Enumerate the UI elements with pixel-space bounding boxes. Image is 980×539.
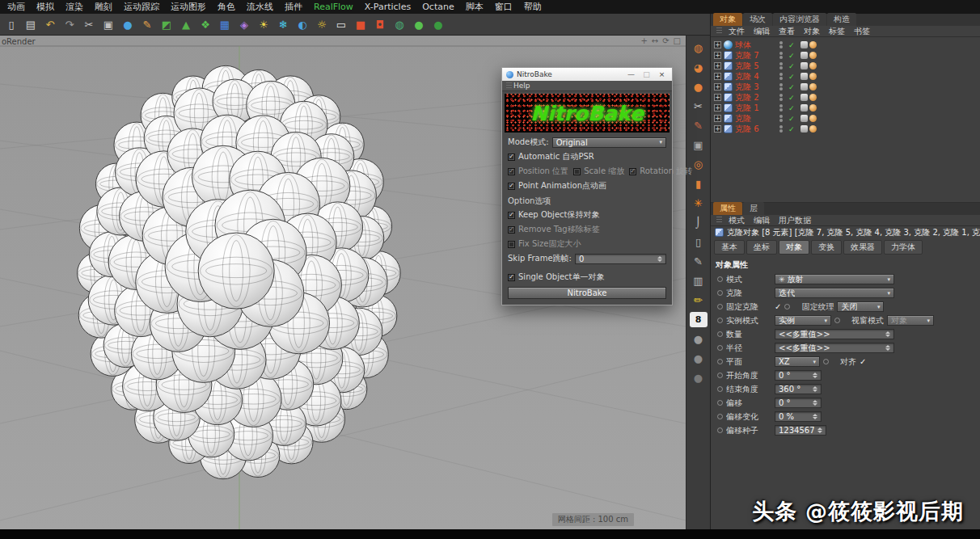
section-tab[interactable]: 坐标 — [746, 240, 777, 255]
new-scene-icon[interactable]: ▯ — [2, 16, 20, 33]
display-tag-icon[interactable] — [800, 62, 808, 69]
cut-icon[interactable]: ✂ — [80, 16, 98, 33]
mode-dropdown[interactable]: Original ▾ — [552, 137, 666, 148]
phong-tag-icon[interactable] — [809, 125, 817, 133]
keyframe-dot-icon[interactable] — [784, 304, 790, 310]
keyframe-dot-icon[interactable] — [717, 331, 723, 337]
tab-false[interactable]: 层 — [743, 202, 764, 215]
phong-tag-icon[interactable] — [809, 94, 817, 101]
expand-toggle-icon[interactable]: + — [714, 125, 721, 133]
object-name[interactable]: 克隆 2 — [735, 92, 772, 103]
object-name[interactable]: 克隆 6 — [735, 124, 772, 135]
phong-tag-icon[interactable] — [809, 62, 817, 69]
keyframe-dot-icon[interactable] — [717, 304, 723, 310]
object-name[interactable]: 克隆 1 — [735, 103, 772, 114]
pen-gray-icon[interactable]: ✎ — [690, 254, 708, 269]
menubar-item[interactable]: 雕刻 — [89, 1, 118, 13]
keyframe-dot-icon[interactable] — [823, 359, 829, 364]
spinner-arrows-icon[interactable] — [809, 414, 817, 419]
phong-tag-icon[interactable] — [809, 104, 817, 112]
object-name[interactable]: 克隆 7 — [735, 50, 772, 61]
visibility-dots-icon[interactable] — [779, 62, 783, 69]
object-row[interactable]: +克隆 1✓ — [711, 103, 980, 113]
menu-item[interactable]: 标签 — [829, 26, 845, 37]
enabled-check-icon[interactable]: ✓ — [788, 83, 795, 91]
undo-icon[interactable]: ↶ — [41, 16, 59, 33]
menu-item[interactable]: 模式 — [729, 215, 745, 226]
enabled-check-icon[interactable]: ✓ — [788, 125, 795, 133]
menubar-item[interactable]: RealFlow — [308, 2, 359, 12]
maximize-button[interactable]: □ — [640, 70, 653, 78]
visibility-dots-icon[interactable] — [779, 83, 783, 91]
pan-view-icon[interactable]: + — [640, 36, 647, 45]
menubar-item[interactable]: 流水线 — [241, 1, 279, 13]
menubar-item[interactable]: 帮助 — [518, 1, 547, 13]
visibility-dots-icon[interactable] — [779, 125, 783, 133]
orange-sphere-icon[interactable]: ◕ — [690, 60, 708, 75]
menubar-item[interactable]: 渲染 — [60, 1, 89, 13]
tab-inactive[interactable]: 场次 — [743, 13, 772, 26]
menubar-item[interactable]: 插件 — [279, 1, 308, 13]
sun-icon[interactable]: ☼ — [313, 16, 331, 33]
menubar-item[interactable]: 运动图形 — [165, 1, 212, 13]
display-tag-icon[interactable] — [800, 94, 808, 101]
expand-toggle-icon[interactable]: + — [714, 94, 721, 101]
checkbox-checked-icon[interactable]: ✓ — [629, 168, 636, 175]
open-scene-icon[interactable]: ▤ — [22, 16, 40, 33]
deformer-icon[interactable]: ◈ — [235, 16, 253, 33]
checkbox-icon[interactable] — [573, 168, 581, 175]
object-row[interactable]: +克隆✓ — [711, 113, 980, 124]
visibility-dots-icon[interactable] — [779, 94, 783, 101]
section-tab[interactable]: 力学体 — [884, 240, 923, 255]
enabled-check-icon[interactable]: ✓ — [788, 52, 795, 60]
property-field[interactable]: 0 ° — [775, 370, 822, 381]
tab-inactive[interactable]: 构造 — [827, 13, 856, 26]
checkbox-checked-icon[interactable]: ✓ — [508, 168, 515, 175]
phong-tag-icon[interactable] — [809, 115, 817, 122]
snow-effector-icon[interactable]: ❄ — [274, 16, 292, 33]
menubar-item[interactable]: 角色 — [212, 1, 241, 13]
redo-icon[interactable]: ↷ — [61, 16, 78, 33]
object-row[interactable]: +球体✓ — [711, 40, 980, 50]
spinner-arrows-icon[interactable] — [882, 345, 890, 351]
spinner-arrows-icon[interactable] — [882, 331, 890, 337]
spinner-arrows-icon[interactable] — [809, 400, 817, 406]
keyframe-dot-icon[interactable] — [717, 276, 723, 282]
enabled-check-icon[interactable]: ✓ — [788, 41, 795, 49]
close-button[interactable]: × — [656, 70, 668, 78]
display-tag-icon[interactable] — [800, 41, 808, 48]
object-row[interactable]: +克隆 4✓ — [711, 71, 980, 82]
enabled-check-icon[interactable]: ✓ — [788, 62, 795, 70]
render-view-icon[interactable]: ■ — [352, 16, 370, 33]
toggle-view-icon[interactable]: □ — [674, 36, 681, 45]
checkbox-checked-icon[interactable]: ✓ — [508, 212, 515, 219]
small-gray-sphere-icon[interactable]: ● — [690, 351, 708, 366]
phong-tag-icon[interactable] — [809, 41, 817, 48]
enabled-check-icon[interactable]: ✓ — [788, 115, 795, 123]
property-field[interactable]: 1234567 — [775, 425, 826, 436]
light-icon[interactable]: ☀ — [255, 16, 272, 33]
property-dropdown[interactable]: 对象▾ — [887, 315, 934, 326]
keyframe-dot-icon[interactable] — [717, 427, 723, 433]
property-field[interactable]: <<多重值>> — [775, 343, 894, 353]
extrude-icon[interactable]: ▲ — [177, 16, 195, 33]
object-row[interactable]: +克隆 2✓ — [711, 92, 980, 103]
help-menu[interactable]: Help — [513, 82, 530, 90]
object-name[interactable]: 球体 — [735, 40, 772, 51]
menubar-item[interactable]: 运动跟踪 — [118, 1, 165, 13]
keyframe-dot-icon[interactable] — [717, 345, 723, 351]
nitrobake-titlebar[interactable]: NitroBake — □ × — [502, 68, 672, 81]
enabled-check-icon[interactable]: ✓ — [788, 73, 795, 81]
subdivision-surface-icon[interactable]: ◩ — [158, 16, 175, 33]
keyframe-dot-icon[interactable] — [717, 386, 723, 392]
keyframe-dot-icon[interactable] — [717, 290, 723, 296]
section-tab[interactable]: 效果器 — [843, 240, 882, 255]
keyframe-dot-icon[interactable] — [717, 400, 723, 406]
object-row[interactable]: +克隆 7✓ — [711, 50, 980, 61]
checkbox-checked-icon[interactable]: ✓ — [775, 302, 781, 311]
enabled-check-icon[interactable]: ✓ — [788, 104, 795, 112]
menu-item[interactable]: 编辑 — [754, 26, 770, 37]
wire-sphere-icon[interactable]: ◍ — [690, 40, 708, 56]
property-field[interactable]: 360 ° — [775, 384, 822, 394]
display-tag-icon[interactable] — [800, 73, 808, 80]
